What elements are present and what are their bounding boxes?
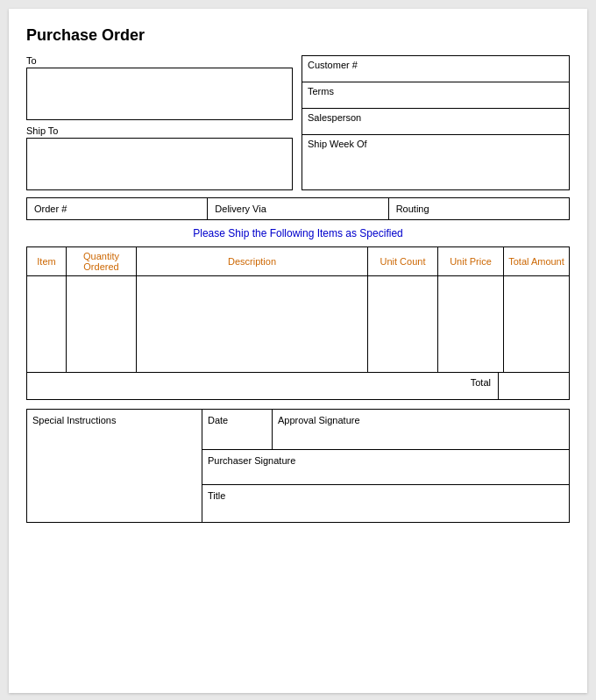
to-label-group: To xyxy=(26,55,293,120)
total-area: Total xyxy=(26,373,570,400)
ship-to-box[interactable] xyxy=(26,138,293,190)
title-label: Title xyxy=(208,490,564,501)
unit-count-cell[interactable] xyxy=(368,276,438,373)
total-label: Total xyxy=(27,373,499,399)
order-info-row: Order # Delivery Via Routing xyxy=(26,197,570,220)
signatures-col: Date Approval Signature Purchaser Signat… xyxy=(202,410,569,522)
ship-to-label-group: Ship To xyxy=(26,125,293,190)
order-num-label: Order # xyxy=(34,204,67,214)
salesperson-label: Salesperson xyxy=(308,112,361,123)
approval-label: Approval Signature xyxy=(278,415,564,425)
title-cell[interactable]: Title xyxy=(202,485,569,520)
right-column: Customer # Terms Salesperson Ship Week O… xyxy=(302,55,570,190)
items-table: Item Quantity Ordered Description Unit C… xyxy=(26,246,570,373)
purchase-order-page: Purchase Order To Ship To Customer # Ter… xyxy=(9,9,587,693)
col-header-total-amount: Total Amount xyxy=(504,247,570,276)
routing-label: Routing xyxy=(396,204,429,214)
ship-week-of-label: Ship Week Of xyxy=(308,139,367,149)
unit-price-cell[interactable] xyxy=(438,276,504,373)
sig-top-row: Date Approval Signature xyxy=(202,410,569,450)
item-cell[interactable] xyxy=(27,276,67,373)
purchaser-cell[interactable]: Purchaser Signature xyxy=(202,450,569,485)
col-header-description: Description xyxy=(137,247,368,276)
notice-text: Please Ship the Following Items as Speci… xyxy=(26,227,570,239)
col-header-quantity: Quantity Ordered xyxy=(67,247,137,276)
to-label: To xyxy=(26,55,293,66)
approval-cell[interactable]: Approval Signature xyxy=(273,410,569,449)
table-header-row: Item Quantity Ordered Description Unit C… xyxy=(27,247,570,276)
ship-to-label: Ship To xyxy=(26,125,293,136)
table-row[interactable] xyxy=(27,276,570,373)
page-title: Purchase Order xyxy=(26,26,570,45)
customer-num-field[interactable]: Customer # xyxy=(302,56,569,82)
terms-label: Terms xyxy=(308,86,334,96)
customer-num-label: Customer # xyxy=(308,60,358,70)
col-header-unit-price: Unit Price xyxy=(438,247,504,276)
bottom-section: Special Instructions Date Approval Signa… xyxy=(26,409,570,523)
special-instructions-label: Special Instructions xyxy=(32,415,196,425)
description-cell[interactable] xyxy=(137,276,368,373)
left-column: To Ship To xyxy=(26,55,293,190)
ship-week-of-field[interactable]: Ship Week Of xyxy=(302,135,569,189)
quantity-cell[interactable] xyxy=(67,276,137,373)
purchaser-label: Purchaser Signature xyxy=(208,455,564,466)
col-header-unit-count: Unit Count xyxy=(368,247,438,276)
special-instructions-col[interactable]: Special Instructions xyxy=(27,410,202,522)
date-cell[interactable]: Date xyxy=(202,410,273,449)
total-value[interactable] xyxy=(499,373,569,399)
total-amount-cell[interactable] xyxy=(504,276,570,373)
delivery-via-cell[interactable]: Delivery Via xyxy=(208,198,388,219)
terms-field[interactable]: Terms xyxy=(302,82,569,109)
delivery-via-label: Delivery Via xyxy=(215,204,266,214)
date-label: Date xyxy=(208,415,266,425)
order-num-cell[interactable]: Order # xyxy=(27,198,208,219)
to-address-box[interactable] xyxy=(26,68,293,120)
salesperson-field[interactable]: Salesperson xyxy=(302,109,569,135)
routing-cell[interactable]: Routing xyxy=(389,198,569,219)
col-header-item: Item xyxy=(27,247,67,276)
top-section: To Ship To Customer # Terms Salesperson … xyxy=(26,55,570,190)
